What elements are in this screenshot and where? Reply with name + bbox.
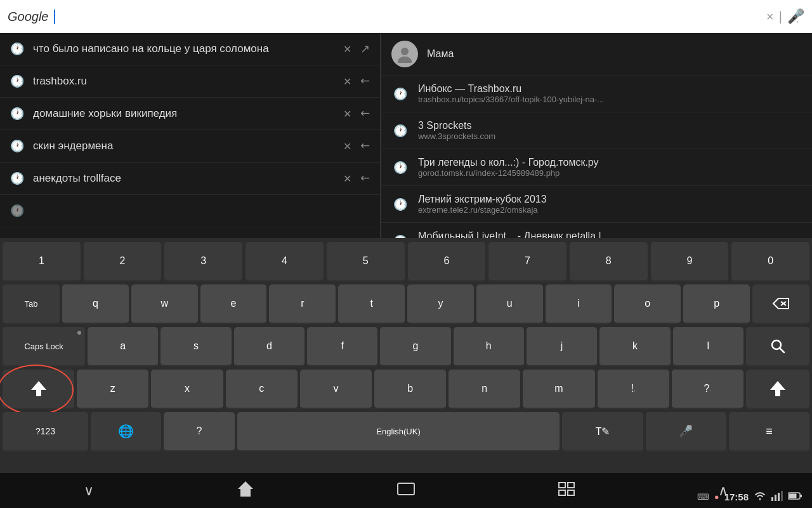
key-tab[interactable]: Tab [3, 284, 60, 324]
signal-bars-icon [771, 491, 783, 503]
google-logo: Google [8, 10, 49, 24]
suggestion-text-1: что было написано на кольце у царя солом… [33, 43, 334, 55]
key-shift-right[interactable] [746, 370, 809, 409]
key-w[interactable]: w [131, 284, 198, 324]
history-title-5: Мобильный LiveInt... - Дневник netalla | [418, 231, 802, 238]
search-clear-button[interactable]: × [766, 10, 774, 24]
key-caps-lock[interactable]: Caps Lock [3, 327, 85, 366]
key-clipboard[interactable]: ≡ [729, 412, 809, 451]
remove-suggestion-2[interactable]: ✕ [343, 76, 351, 88]
key-6[interactable]: 6 [408, 242, 486, 281]
key-f[interactable]: f [307, 327, 377, 366]
home-icon [237, 480, 254, 498]
key-9[interactable]: 9 [651, 242, 729, 281]
key-space[interactable]: English(UK) [237, 412, 560, 451]
nav-home-button[interactable] [226, 475, 265, 507]
key-question-mark[interactable]: ? [164, 412, 234, 451]
contact-name: Мама [427, 48, 802, 60]
nav-back-button[interactable]: ∨ [74, 478, 104, 504]
arrow-icon-3[interactable]: ↗ [357, 105, 373, 122]
key-backspace[interactable] [752, 284, 809, 324]
key-2[interactable]: 2 [84, 242, 162, 281]
suggestion-item[interactable]: 🕐 скин эндермена ✕ ↗ [0, 130, 380, 163]
suggestion-item[interactable]: 🕐 анекдоты trollface ✕ ↗ [0, 163, 380, 195]
keyboard-row-special: ?123 🌐 ? English(UK) T✎ 🎤 ≡ [3, 412, 809, 451]
recent-history-item-4[interactable]: 🕐 Летний экстрим-кубок 2013 extreme.tele… [381, 186, 812, 223]
suggestion-item[interactable]: 🕐 домашние хорьки википедия ✕ ↗ [0, 98, 380, 130]
key-m[interactable]: m [523, 370, 594, 409]
nav-screenshot-button[interactable] [547, 475, 586, 507]
key-b[interactable]: b [374, 370, 446, 409]
navigation-bar: ∨ ∧ ⌨ ● 17:58 [0, 473, 812, 508]
key-n[interactable]: n [449, 370, 520, 409]
key-h[interactable]: h [454, 327, 524, 366]
remove-suggestion-1[interactable]: ✕ [343, 43, 351, 55]
key-z[interactable]: z [77, 370, 148, 409]
recent-history-item-1[interactable]: 🕐 Инбокс — Trashbox.ru trashbox.ru/topic… [381, 76, 812, 112]
recent-history-item-2[interactable]: 🕐 3 Sprockets www.3sprockets.com [381, 112, 812, 149]
key-shift-left[interactable] [3, 370, 74, 409]
suggestions-panel: 🕐 что было написано на кольце у царя сол… [0, 33, 381, 238]
arrow-icon-5[interactable]: ↗ [357, 170, 373, 187]
key-4[interactable]: 4 [246, 242, 324, 281]
key-p[interactable]: p [683, 284, 750, 324]
key-3[interactable]: 3 [164, 242, 242, 281]
key-x[interactable]: x [151, 370, 223, 409]
key-l[interactable]: l [673, 327, 743, 366]
keyboard-row-qwerty: Tab q w e r t y u i o p [3, 284, 809, 324]
history-title-3: Три легенды о кол...:) - Город.томск.ру [418, 157, 802, 168]
key-5[interactable]: 5 [327, 242, 405, 281]
recent-history-item-3[interactable]: 🕐 Три легенды о кол...:) - Город.томск.р… [381, 149, 812, 186]
nav-recent-button[interactable] [386, 477, 426, 505]
key-d[interactable]: d [234, 327, 304, 366]
search-input[interactable] [54, 10, 762, 24]
arrow-icon-4[interactable]: ↗ [357, 138, 373, 154]
svg-rect-9 [398, 483, 414, 495]
recent-history-item-5[interactable]: 🕐 Мобильный LiveInt... - Дневник netalla… [381, 223, 812, 238]
svg-rect-15 [775, 495, 776, 501]
key-k[interactable]: k [599, 327, 670, 366]
key-7[interactable]: 7 [488, 242, 566, 281]
status-bar: ⌨ ● 17:58 [697, 491, 802, 503]
key-u[interactable]: u [476, 284, 543, 324]
key-q[interactable]: q [62, 284, 129, 324]
backspace-icon [772, 297, 790, 310]
key-e[interactable]: e [200, 284, 267, 324]
suggestion-item[interactable]: 🕐 trashbox.ru ✕ ↗ [0, 65, 380, 98]
history-info-5: Мобильный LiveInt... - Дневник netalla |… [418, 231, 802, 238]
key-a[interactable]: a [88, 327, 158, 366]
suggestion-item[interactable]: 🕐 что было написано на кольце у царя сол… [0, 33, 380, 65]
history-url-1: trashbox.ru/topics/33667/off-topik-100-y… [418, 95, 802, 104]
suggestion-item-partial[interactable]: 🕐 [0, 195, 380, 227]
svg-marker-7 [770, 381, 785, 396]
key-c[interactable]: c [226, 370, 298, 409]
arrow-icon-1[interactable]: ↗ [360, 42, 370, 56]
remove-suggestion-3[interactable]: ✕ [343, 108, 351, 120]
key-j[interactable]: j [527, 327, 597, 366]
more-menu-button[interactable]: ⋮ [790, 9, 804, 25]
key-o[interactable]: o [614, 284, 681, 324]
key-s[interactable]: s [160, 327, 231, 366]
key-language[interactable]: 🌐 [91, 412, 161, 451]
key-exclamation[interactable]: !, [598, 370, 669, 409]
key-search[interactable] [746, 327, 809, 366]
key-y[interactable]: y [407, 284, 474, 324]
key-r[interactable]: r [269, 284, 336, 324]
key-1[interactable]: 1 [3, 242, 81, 281]
arrow-icon-2[interactable]: ↗ [357, 73, 373, 90]
contact-avatar [391, 41, 418, 67]
key-numbers-toggle[interactable]: ?123 [3, 412, 88, 451]
key-question[interactable]: ?. [672, 370, 743, 409]
recent-contact-item[interactable]: Мама [381, 33, 812, 76]
remove-suggestion-5[interactable]: ✕ [343, 173, 351, 185]
key-i[interactable]: i [546, 284, 612, 324]
key-voice[interactable]: 🎤 [646, 412, 726, 451]
remove-suggestion-4[interactable]: ✕ [343, 140, 351, 152]
key-handwriting[interactable]: T✎ [562, 412, 643, 451]
key-0[interactable]: 0 [731, 242, 809, 281]
key-v[interactable]: v [300, 370, 372, 409]
key-t[interactable]: t [338, 284, 405, 324]
key-8[interactable]: 8 [570, 242, 648, 281]
history-url-3: gorod.tomsk.ru/index-1245989489.php [418, 168, 802, 178]
key-g[interactable]: g [380, 327, 450, 366]
